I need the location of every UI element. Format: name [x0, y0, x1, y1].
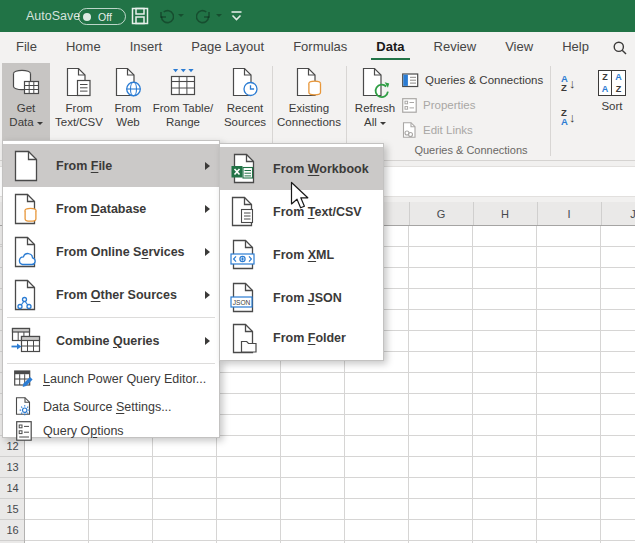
from-database-icon — [11, 191, 41, 227]
from-web-button[interactable]: FromWeb — [107, 63, 149, 140]
get-data-icon — [10, 67, 42, 99]
power-query-editor-icon — [14, 369, 34, 389]
column-header-h[interactable]: H — [473, 202, 537, 226]
down-arrow-icon: ↓ — [569, 110, 576, 125]
from-table-range-button[interactable]: From Table/Range — [151, 63, 215, 140]
group-separator — [550, 66, 551, 156]
ribbon-tabs: File Home Insert Page Layout Formulas Da… — [0, 32, 635, 62]
tab-view[interactable]: View — [505, 32, 533, 62]
from-file-submenu: From Workbook From Text/CSV — [219, 143, 384, 361]
menu-item-from-file[interactable]: From File — [3, 144, 219, 187]
active-tab-underline — [371, 58, 409, 61]
svg-text:JSON: JSON — [232, 299, 250, 306]
tab-file[interactable]: File — [16, 32, 37, 62]
get-data-menu: From File From Database — [2, 140, 220, 438]
data-source-settings-icon — [14, 397, 34, 417]
recent-sources-button[interactable]: RecentSources — [219, 63, 271, 140]
query-options-icon — [14, 421, 34, 441]
tab-home[interactable]: Home — [66, 32, 101, 62]
from-text-csv-button[interactable]: FromText/CSV — [53, 63, 105, 140]
tab-page-layout[interactable]: Page Layout — [191, 32, 264, 62]
undo-icon[interactable] — [158, 8, 174, 24]
tab-formulas[interactable]: Formulas — [293, 32, 347, 62]
excel-window: AutoSave Off File Home Insert Page — [0, 0, 635, 543]
redo-icon[interactable] — [196, 8, 212, 24]
column-header-g[interactable]: G — [409, 202, 473, 226]
edit-links-button[interactable]: Edit Links — [402, 121, 473, 139]
sort-za-button[interactable]: Z A ↓ — [561, 108, 575, 126]
from-table-range-icon — [167, 67, 199, 99]
column-header-i[interactable]: I — [537, 202, 601, 226]
submenu-item-from-json[interactable]: JSON From JSON — [220, 276, 383, 319]
row-header-15[interactable]: 15 — [0, 499, 25, 520]
queries-connections-button[interactable]: Queries & Connections — [402, 71, 543, 89]
menu-item-from-online-services[interactable]: From Online Services — [3, 230, 219, 273]
sort-icon: Z A A Z — [598, 70, 626, 96]
existing-connections-icon — [293, 67, 325, 99]
queries-connections-icon — [402, 73, 419, 88]
from-web-icon — [112, 67, 144, 99]
autosave-label: AutoSave — [26, 0, 80, 32]
menu-separator — [7, 317, 215, 318]
dropdown-arrow-icon — [380, 122, 386, 125]
from-folder-icon — [228, 320, 258, 356]
properties-button[interactable]: Properties — [402, 96, 475, 114]
sort-button[interactable]: Z A A Z Sort — [592, 64, 632, 140]
row-header-16[interactable]: 16 — [0, 520, 25, 541]
submenu-arrow-icon — [205, 162, 210, 170]
menu-item-from-other-sources[interactable]: From Other Sources — [3, 273, 219, 316]
from-other-sources-icon — [11, 277, 41, 313]
tab-data[interactable]: Data — [376, 32, 404, 62]
autosave-toggle[interactable]: Off — [78, 8, 126, 25]
properties-icon — [402, 98, 417, 113]
submenu-arrow-icon — [205, 205, 210, 213]
existing-connections-button[interactable]: ExistingConnections — [276, 63, 342, 140]
submenu-arrow-icon — [205, 248, 210, 256]
column-header-j[interactable]: J — [601, 202, 635, 226]
refresh-all-icon — [359, 67, 391, 99]
from-xml-icon — [228, 237, 258, 273]
menu-item-combine-queries[interactable]: Combine Queries — [3, 319, 219, 362]
quick-access-toolbar-icon[interactable] — [230, 10, 243, 22]
tab-review[interactable]: Review — [434, 32, 477, 62]
group-label-queries-connections: Queries & Connections — [396, 144, 546, 156]
sort-az-button[interactable]: A Z ↓ — [561, 74, 575, 92]
submenu-item-from-xml[interactable]: From XML — [220, 233, 383, 276]
menu-separator — [7, 363, 215, 364]
save-icon[interactable] — [131, 7, 149, 25]
search-icon[interactable] — [612, 40, 628, 56]
edit-links-icon — [402, 122, 417, 138]
from-text-csv-icon — [228, 194, 258, 230]
menu-item-from-database[interactable]: From Database — [3, 187, 219, 230]
dropdown-arrow-icon — [37, 122, 43, 125]
submenu-item-from-folder[interactable]: From Folder — [220, 319, 383, 357]
menu-item-query-options[interactable]: Query Options — [3, 417, 219, 445]
toggle-knob-icon — [83, 13, 91, 21]
redo-dropdown-icon[interactable] — [216, 14, 222, 17]
get-data-button[interactable]: Get Data — [2, 63, 50, 140]
from-json-icon: JSON — [228, 280, 258, 316]
tab-help[interactable]: Help — [562, 32, 589, 62]
submenu-arrow-icon — [205, 337, 210, 345]
autosave-state: Off — [98, 11, 112, 23]
row-header-13[interactable]: 13 — [0, 457, 25, 478]
down-arrow-icon: ↓ — [569, 76, 576, 91]
submenu-arrow-icon — [205, 291, 210, 299]
menu-item-launch-power-query-editor[interactable]: Launch Power Query Editor... — [3, 365, 219, 393]
from-text-csv-ribbon-icon — [63, 67, 95, 99]
from-file-icon — [11, 148, 41, 184]
mouse-cursor — [290, 181, 312, 213]
titlebar: AutoSave Off — [0, 0, 635, 32]
from-online-services-icon — [11, 234, 41, 270]
refresh-all-button[interactable]: Refresh All — [351, 63, 399, 140]
combine-queries-icon — [11, 323, 41, 359]
recent-sources-icon — [229, 67, 261, 99]
from-workbook-icon — [228, 151, 258, 187]
tab-insert[interactable]: Insert — [130, 32, 163, 62]
row-header-14[interactable]: 14 — [0, 478, 25, 499]
undo-dropdown-icon[interactable] — [178, 14, 184, 17]
